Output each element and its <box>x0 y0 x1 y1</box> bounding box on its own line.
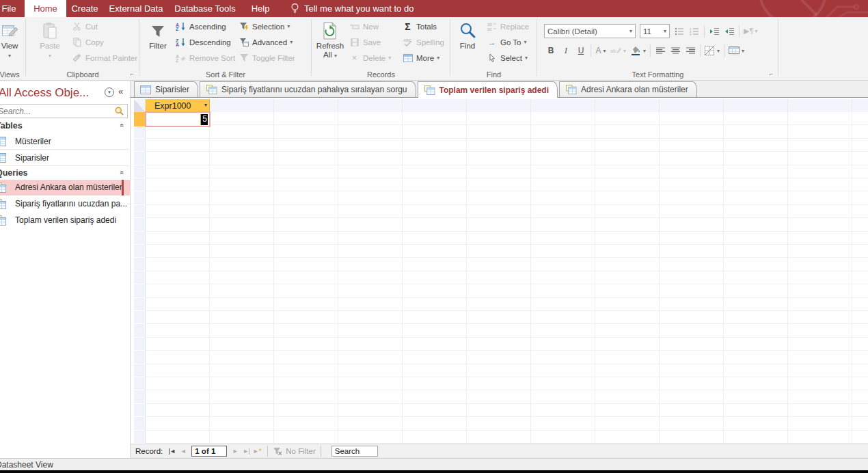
record-search-input[interactable]: Search <box>331 446 378 457</box>
datasheet-grid: Expr1000 ▾ 5 <box>131 98 868 444</box>
nav-item-siparis-fiyatlari[interactable]: Sipariş fiyatlarını ucuzdan pa... <box>0 196 131 212</box>
table-icon <box>0 137 6 146</box>
nav-item-adresi-ankara[interactable]: Adresi Ankara olan müsteriler <box>0 180 131 195</box>
paint-bucket-icon <box>630 46 641 55</box>
new-record-star-icon: * <box>259 447 262 455</box>
italic-button[interactable]: I <box>560 44 571 57</box>
font-name-combo[interactable]: Calibri (Detail)▾ <box>544 24 636 38</box>
ribbon-tab-band: File Home Create External Data Database … <box>0 0 868 17</box>
views-group-label: Views <box>0 70 26 79</box>
nav-item-musteriler[interactable]: Müsteriler <box>0 134 131 150</box>
doc-tab-siparis-fiyatlari-sorgu[interactable]: Sipariş fiyatlarını ucuzdan pahalıya sır… <box>200 81 416 97</box>
nav-group-queries[interactable]: Queries « <box>0 167 131 180</box>
view-button[interactable]: View ▾ <box>0 19 25 70</box>
new-blank-record-button[interactable]: ►* <box>252 446 262 457</box>
go-to-button[interactable]: → Go To▾ <box>486 36 529 48</box>
selection-button[interactable]: Selection▾ <box>238 21 295 32</box>
decrease-indent-button[interactable] <box>724 25 735 38</box>
doc-tab-adresi-ankara[interactable]: Adresi Ankara olan müsteriler <box>559 81 697 97</box>
alternate-row-color-button[interactable]: ▾ <box>729 44 744 57</box>
toggle-filter-button[interactable]: Toggle Filter <box>238 52 295 64</box>
shutter-close-button[interactable]: « <box>118 86 123 96</box>
align-left-button[interactable] <box>655 44 666 57</box>
selection-icon <box>238 22 249 31</box>
nav-item-siparisler[interactable]: Siparisler <box>0 150 131 166</box>
format-painter-button[interactable]: Format Painter <box>71 52 137 64</box>
tab-create[interactable]: Create <box>66 0 103 17</box>
table-icon <box>0 153 6 163</box>
next-record-button[interactable]: ► <box>230 446 241 457</box>
copy-icon <box>71 38 83 46</box>
tab-home[interactable]: Home <box>25 0 66 17</box>
more-button[interactable]: More▾ <box>402 52 444 64</box>
font-name-caret-icon: ▾ <box>629 28 632 34</box>
current-row-selector[interactable] <box>134 112 146 126</box>
tab-help[interactable]: Help <box>241 0 280 17</box>
first-record-button[interactable]: ◄ <box>167 446 178 457</box>
sigma-totals-icon: Σ <box>402 21 413 32</box>
advanced-button[interactable]: ... Advanced▾ <box>238 36 295 48</box>
font-color-button[interactable]: A▾ <box>595 44 606 57</box>
gridlines-button[interactable]: ▾ <box>705 44 720 57</box>
select-button[interactable]: Select▾ <box>486 52 529 64</box>
record-navigation-bar: Record: ◄ ◄ 1 of 1 ► ► ►* No Filter Sear… <box>131 444 868 458</box>
bullets-button[interactable] <box>674 25 685 38</box>
no-filter-button[interactable]: No Filter <box>273 447 315 456</box>
nav-search-input[interactable]: Search... <box>0 104 128 118</box>
previous-record-button[interactable]: ◄ <box>178 446 189 457</box>
doc-tab-siparisler[interactable]: Siparisler <box>134 81 198 97</box>
screen-bottom-edge <box>0 470 868 473</box>
bold-button[interactable]: B <box>545 44 556 57</box>
numbering-button[interactable]: 123 <box>689 25 700 38</box>
descending-button[interactable]: Z A Descending <box>175 36 235 48</box>
filter-button[interactable]: Filter <box>142 19 174 70</box>
background-color-button[interactable]: ▾ <box>630 44 646 57</box>
paste-button[interactable]: Paste ▾ <box>34 19 66 70</box>
nav-group-tables[interactable]: Tables « <box>0 120 131 133</box>
search-magnifier-icon[interactable] <box>114 106 124 116</box>
last-record-button[interactable]: ► <box>241 446 252 457</box>
nav-item-toplam-siparis[interactable]: Toplam verilen sipariş adedi <box>0 213 131 228</box>
spelling-button[interactable]: ABC Spelling <box>402 36 444 48</box>
tell-me-box[interactable]: Tell me what you want to do <box>290 0 413 17</box>
svg-text:*: * <box>350 23 353 29</box>
tab-file[interactable]: File <box>0 0 25 17</box>
query-icon <box>0 199 6 209</box>
collapse-chevron-icon: « <box>121 168 124 176</box>
active-cell[interactable]: 5 <box>145 111 211 127</box>
highlight-color-button[interactable]: ab ▾ <box>610 44 626 57</box>
remove-sort-button[interactable]: A Z Remove Sort <box>175 52 235 64</box>
doc-tab-toplam-siparis[interactable]: Toplam verilen sipariş adedi <box>418 81 558 98</box>
tab-external-data[interactable]: External Data <box>103 0 169 17</box>
tab-database-tools[interactable]: Database Tools <box>169 0 241 17</box>
save-record-button[interactable]: Save <box>349 36 391 48</box>
record-position-box[interactable]: 1 of 1 <box>191 446 227 457</box>
text-direction-button[interactable]: ▶¶ ▾ <box>744 25 757 38</box>
new-record-button[interactable]: * New <box>349 21 391 32</box>
lightbulb-icon <box>290 3 299 14</box>
datasheet-rows[interactable] <box>146 112 868 444</box>
nav-pane-menu-button[interactable]: ▾ <box>105 87 114 97</box>
select-all-corner-cell[interactable] <box>134 99 146 112</box>
cut-button[interactable]: Cut <box>71 21 137 32</box>
underline-button[interactable]: U <box>575 44 586 57</box>
find-button[interactable]: Find <box>452 19 483 70</box>
refresh-all-button[interactable]: Refresh All ▾ <box>314 19 346 70</box>
ascending-button[interactable]: A Z Ascending <box>175 21 235 32</box>
nav-search-placeholder: Search... <box>0 107 31 116</box>
decrease-indent-icon <box>724 27 735 36</box>
increase-indent-button[interactable] <box>709 25 720 38</box>
totals-button[interactable]: Σ Totals <box>402 21 444 32</box>
replace-button[interactable]: ab ac Replace <box>486 21 529 32</box>
align-right-icon <box>686 47 695 54</box>
align-right-button[interactable] <box>685 44 696 57</box>
delete-record-button[interactable]: × Delete▾ <box>349 52 391 64</box>
refresh-caret-icon: ▾ <box>334 53 337 59</box>
font-size-combo[interactable]: 11▾ <box>640 24 670 38</box>
copy-button[interactable]: Copy <box>71 36 137 48</box>
sort-ascending-icon: A Z <box>175 22 187 31</box>
column-header-expr1000[interactable]: Expr1000 ▾ <box>146 99 210 112</box>
no-filter-icon <box>273 447 282 456</box>
column-filter-caret-icon[interactable]: ▾ <box>204 102 207 108</box>
align-center-button[interactable] <box>670 44 681 57</box>
